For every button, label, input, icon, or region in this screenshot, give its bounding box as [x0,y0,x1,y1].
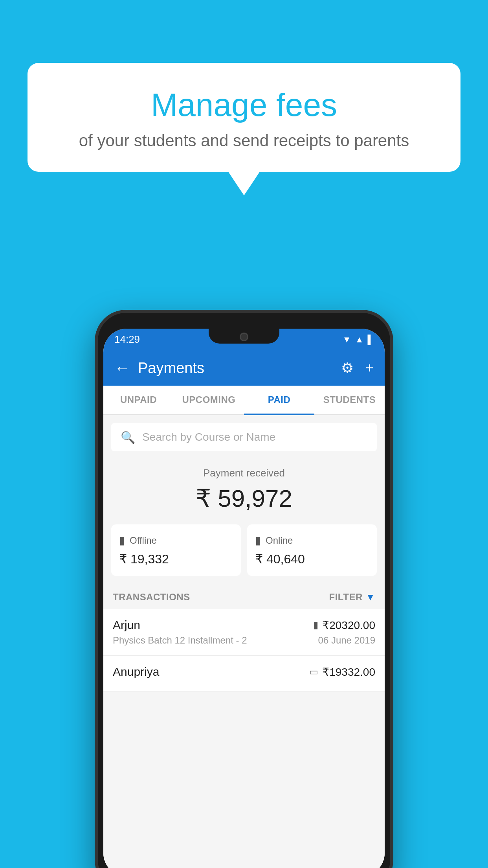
top-actions: ⚙ + [341,360,374,376]
filter-label: FILTER [329,592,363,603]
top-bar: ← Payments ⚙ + [103,350,385,386]
offline-card: ▮ Offline ₹ 19,332 [111,524,241,576]
signal-icon: ▲ [355,335,364,345]
status-time: 14:29 [114,333,140,346]
speech-bubble-arrow [228,172,260,195]
search-placeholder: Search by Course or Name [142,431,275,443]
status-icons: ▼ ▲ ▌ [343,335,374,345]
search-bar[interactable]: 🔍 Search by Course or Name [111,423,377,451]
payment-received-label: Payment received [111,467,377,479]
online-icon: ▮ [255,534,261,547]
search-icon: 🔍 [121,430,135,444]
offline-payment-icon: ▭ [309,666,318,677]
transaction-name: Arjun [113,618,140,632]
settings-icon[interactable]: ⚙ [341,360,354,376]
filter-icon: ▼ [366,592,375,603]
transaction-amount: ₹19332.00 [322,666,375,679]
online-payment-icon: ▮ [313,620,318,631]
battery-icon: ▌ [367,335,374,345]
offline-label: Offline [130,535,157,546]
transaction-row-bottom: Physics Batch 12 Installment - 2 06 June… [113,635,375,646]
back-button[interactable]: ← [114,359,130,377]
online-label: Online [266,535,293,546]
online-card-header: ▮ Online [255,534,369,547]
transaction-item[interactable]: Arjun ▮ ₹20320.00 Physics Batch 12 Insta… [103,609,385,656]
transaction-row-top: Anupriya ▭ ₹19332.00 [113,665,375,679]
speech-bubble-subtitle: of your students and send receipts to pa… [51,131,437,150]
offline-icon: ▮ [119,534,125,547]
page-title: Payments [138,360,341,377]
tab-upcoming[interactable]: UPCOMING [174,386,244,415]
transaction-course: Physics Batch 12 Installment - 2 [113,635,247,646]
payment-received-amount: ₹ 59,972 [111,484,377,513]
transactions-header: TRANSACTIONS FILTER ▼ [103,585,385,609]
tabs-bar: UNPAID UPCOMING PAID STUDENTS [103,386,385,415]
phone-notch [209,329,279,344]
transactions-label: TRANSACTIONS [113,592,190,603]
speech-bubble: Manage fees of your students and send re… [28,63,460,172]
offline-amount: ₹ 19,332 [119,552,233,566]
phone-camera [240,333,248,341]
offline-card-header: ▮ Offline [119,534,233,547]
power-button [392,407,393,447]
phone-screen: 14:29 ▼ ▲ ▌ ← Payments ⚙ + UNPAID UPCOMI… [103,329,385,868]
transaction-amount: ₹20320.00 [322,619,375,632]
wifi-icon: ▼ [343,335,351,345]
online-amount: ₹ 40,640 [255,552,369,566]
tab-paid[interactable]: PAID [244,386,314,415]
filter-button[interactable]: FILTER ▼ [329,592,375,603]
tab-students[interactable]: STUDENTS [314,386,385,415]
online-card: ▮ Online ₹ 40,640 [247,524,377,576]
transaction-amount-wrap: ▭ ₹19332.00 [309,666,375,679]
transaction-item[interactable]: Anupriya ▭ ₹19332.00 [103,656,385,691]
speech-bubble-container: Manage fees of your students and send re… [28,63,460,195]
add-icon[interactable]: + [365,360,374,376]
payment-received-section: Payment received ₹ 59,972 [103,451,385,524]
transaction-name: Anupriya [113,665,159,679]
transaction-row-top: Arjun ▮ ₹20320.00 [113,618,375,632]
transaction-date: 06 June 2019 [318,635,375,646]
phone-device: 14:29 ▼ ▲ ▌ ← Payments ⚙ + UNPAID UPCOMI… [95,310,393,868]
speech-bubble-title: Manage fees [51,86,437,123]
payment-cards: ▮ Offline ₹ 19,332 ▮ Online ₹ 40,640 [103,524,385,585]
screen-content: 🔍 Search by Course or Name Payment recei… [103,415,385,868]
volume-down-button [95,427,96,454]
transaction-amount-wrap: ▮ ₹20320.00 [313,619,375,632]
tab-unpaid[interactable]: UNPAID [103,386,174,415]
volume-up-button [95,392,96,419]
